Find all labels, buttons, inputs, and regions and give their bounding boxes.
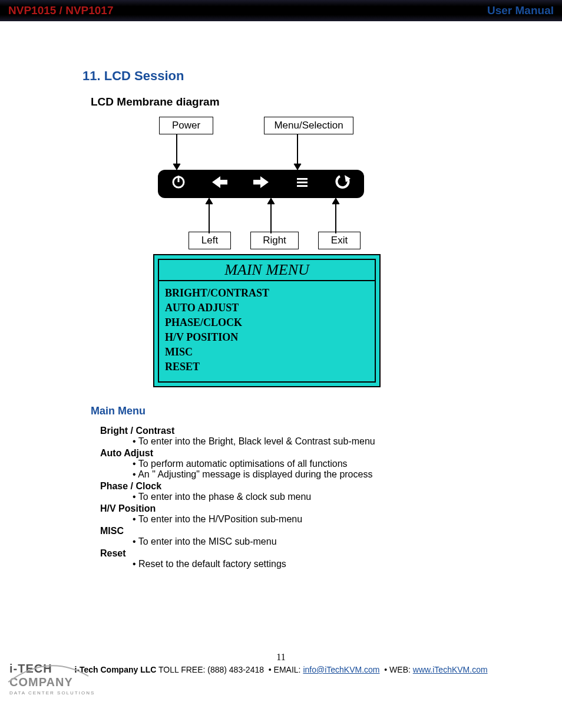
label-power: Power	[159, 117, 213, 134]
definition-term: Phase / Clock	[100, 481, 503, 492]
exit-icon	[329, 174, 358, 195]
definition-bullet: • An " Adjusting" message is displayed d…	[133, 469, 503, 480]
menu-icon	[288, 175, 316, 193]
header-product: NVP1015 / NVP1017	[8, 4, 114, 17]
button-strip	[158, 170, 364, 198]
left-arrow-icon	[206, 174, 234, 194]
email-link[interactable]: info@iTechKVM.com	[303, 665, 379, 674]
definition-bullet: • To enter into the H/VPosition sub-menu	[133, 514, 503, 525]
svg-marker-13	[253, 176, 269, 188]
diagram-title: LCD Membrane diagram	[91, 95, 503, 108]
web-link[interactable]: www.iTechKVM.com	[413, 665, 488, 674]
email-label: EMAIL:	[274, 665, 303, 674]
svg-marker-3	[294, 164, 301, 170]
main-menu-heading: Main Menu	[91, 405, 503, 417]
label-right: Right	[250, 232, 299, 249]
definition-bullet: • To enter into the phase & clock sub me…	[133, 492, 503, 502]
arrow-up-icon	[330, 198, 342, 233]
logo-line3: DATA CENTER SOLUTIONS	[9, 690, 95, 696]
lcd-item: MISC	[165, 346, 369, 358]
web-label: WEB:	[389, 665, 413, 674]
svg-marker-12	[212, 176, 227, 188]
lcd-item: PHASE/CLOCK	[165, 317, 369, 329]
lcd-menu-title: MAIN MENU	[159, 260, 375, 281]
definition-term: H/V Position	[100, 503, 503, 514]
definition-term: MISC	[100, 526, 503, 536]
logo-line2: COMPANY	[9, 676, 73, 689]
definition-bullet: • To perform automatic optimisations of …	[133, 459, 503, 469]
label-menu: Menu/Selection	[264, 117, 353, 134]
svg-marker-7	[267, 198, 275, 204]
header-bar: NVP1015 / NVP1017 User Manual	[0, 0, 562, 21]
section-title: 11. LCD Session	[82, 68, 503, 84]
label-exit: Exit	[318, 232, 361, 249]
svg-rect-16	[297, 185, 308, 187]
header-doc-type: User Manual	[487, 4, 554, 17]
definition-term: Reset	[100, 548, 503, 559]
svg-rect-15	[297, 182, 308, 183]
arrow-down-icon	[171, 134, 183, 170]
tollfree-number: (888) 483-2418	[207, 665, 264, 674]
lcd-item: AUTO ADJUST	[165, 302, 369, 314]
svg-marker-9	[332, 198, 339, 204]
right-arrow-icon	[247, 174, 275, 194]
power-icon	[164, 174, 193, 194]
page-number: 11	[0, 652, 562, 663]
arrow-up-icon	[265, 198, 277, 233]
arrow-up-icon	[203, 198, 215, 233]
logo-line1: i-TECH	[9, 662, 52, 675]
tollfree-label: TOLL FREE:	[156, 665, 207, 674]
lcd-item: RESET	[165, 361, 369, 373]
definition-bullet: • To enter into the MISC sub-menu	[133, 536, 503, 547]
definitions-list: Bright / Contrast• To enter into the Bri…	[100, 426, 503, 569]
company-logo: i-TECH COMPANY DATA CENTER SOLUTIONS	[9, 662, 95, 696]
label-left: Left	[189, 232, 231, 249]
membrane-diagram: Power Menu/Selection Left Right Exit	[153, 117, 436, 249]
svg-marker-1	[173, 164, 180, 170]
definition-term: Auto Adjust	[100, 448, 503, 459]
arrow-down-icon	[292, 134, 303, 170]
svg-rect-14	[297, 178, 308, 180]
lcd-menu-box: MAIN MENU BRIGHT/CONTRAST AUTO ADJUST PH…	[153, 254, 381, 387]
svg-marker-5	[206, 198, 213, 204]
footer: 11 i-Tech Company LLC TOLL FREE: (888) 4…	[0, 652, 562, 699]
definition-bullet: • To enter into the Bright, Black level …	[133, 436, 503, 447]
definition-bullet: • Reset to the default factory settings	[133, 559, 503, 569]
definition-term: Bright / Contrast	[100, 426, 503, 436]
lcd-item: BRIGHT/CONTRAST	[165, 287, 369, 299]
lcd-item: H/V POSITION	[165, 331, 369, 344]
